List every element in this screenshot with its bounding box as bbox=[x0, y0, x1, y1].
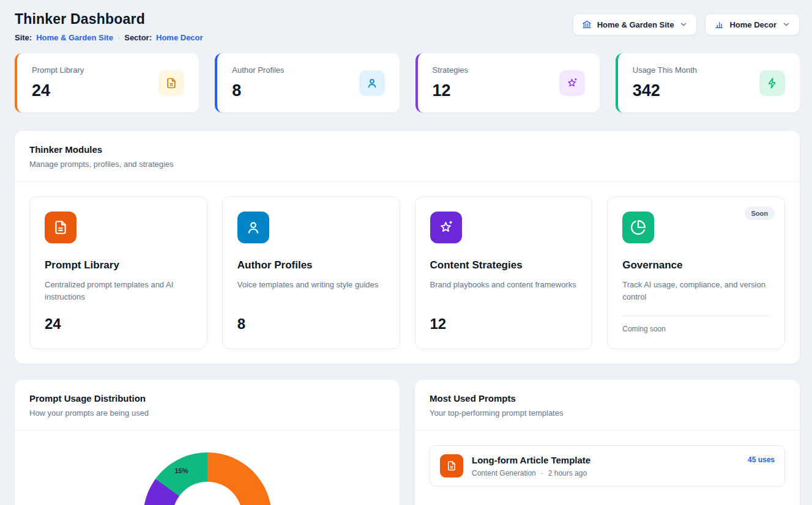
site-selector[interactable]: Home & Garden Site bbox=[573, 13, 698, 35]
breadcrumb: Site: Home & Garden Site · Sector: Home … bbox=[15, 33, 203, 42]
usage-distribution-card: Prompt Usage Distribution How your promp… bbox=[15, 380, 400, 505]
stat-text: Prompt Library 24 bbox=[32, 65, 84, 100]
stat-text: Strategies 12 bbox=[433, 65, 469, 100]
document-icon bbox=[440, 454, 463, 477]
sector-selector[interactable]: Home Decor bbox=[705, 13, 800, 35]
stat-text: Usage This Month 342 bbox=[633, 65, 697, 100]
bar-chart-icon bbox=[714, 20, 724, 29]
modules-panel-header: Thinker Modules Manage prompts, profiles… bbox=[15, 131, 800, 182]
page-root: Thinker Dashboard Site: Home & Garden Si… bbox=[0, 0, 812, 505]
chevron-down-icon bbox=[782, 20, 791, 29]
module-description: Voice templates and writing style guides bbox=[237, 279, 385, 303]
stat-label: Usage This Month bbox=[633, 65, 697, 75]
prompt-category: Content Generation bbox=[472, 469, 536, 477]
sparkles-icon bbox=[559, 70, 585, 96]
bottom-section: Prompt Usage Distribution How your promp… bbox=[15, 380, 800, 505]
dashboard-header: Thinker Dashboard Site: Home & Garden Si… bbox=[15, 11, 800, 42]
module-title: Author Profiles bbox=[237, 259, 385, 271]
soon-badge: Soon bbox=[745, 207, 775, 220]
bolt-icon bbox=[759, 70, 785, 96]
site-link[interactable]: Home & Garden Site bbox=[36, 33, 113, 42]
modules-grid: Prompt Library Centralized prompt templa… bbox=[15, 182, 800, 364]
module-card-governance[interactable]: Soon Governance Track AI usage, complian… bbox=[607, 196, 785, 349]
module-title: Governance bbox=[622, 259, 770, 271]
chart-area: 15% bbox=[15, 430, 400, 505]
stat-card-usage: Usage This Month 342 bbox=[616, 53, 800, 112]
prompt-title: Long-form Article Template bbox=[472, 455, 590, 465]
stat-value: 24 bbox=[32, 81, 84, 100]
module-card-author-profiles[interactable]: Author Profiles Voice templates and writ… bbox=[222, 196, 400, 349]
prompt-list: Long-form Article Template Content Gener… bbox=[415, 430, 800, 501]
prompt-time: 2 hours ago bbox=[548, 469, 587, 477]
module-count: 24 bbox=[45, 315, 192, 333]
user-icon bbox=[359, 70, 385, 96]
usage-subtitle: How your prompts are being used bbox=[29, 408, 385, 418]
document-icon bbox=[158, 70, 184, 96]
module-description: Brand playbooks and content frameworks bbox=[430, 279, 578, 303]
module-description: Centralized prompt templates and AI inst… bbox=[45, 279, 192, 303]
stat-label: Author Profiles bbox=[232, 65, 284, 75]
stat-card-strategies: Strategies 12 bbox=[415, 53, 600, 112]
most-used-prompts-card: Most Used Prompts Your top-performing pr… bbox=[415, 380, 800, 505]
stat-card-prompt-library: Prompt Library 24 bbox=[15, 53, 199, 112]
most-used-subtitle: Your top-performing prompt templates bbox=[430, 408, 785, 418]
sector-label: Sector: bbox=[124, 33, 152, 42]
module-description: Track AI usage, compliance, and version … bbox=[622, 279, 770, 303]
page-title: Thinker Dashboard bbox=[15, 11, 203, 28]
usage-title: Prompt Usage Distribution bbox=[29, 393, 385, 404]
stats-row: Prompt Library 24 Author Profiles 8 Stra… bbox=[15, 53, 800, 112]
stat-label: Strategies bbox=[433, 65, 469, 75]
donut-segment-label: 15% bbox=[175, 467, 188, 474]
stat-value: 342 bbox=[633, 81, 697, 100]
usage-card-header: Prompt Usage Distribution How your promp… bbox=[15, 380, 400, 430]
module-card-prompt-library[interactable]: Prompt Library Centralized prompt templa… bbox=[29, 196, 207, 349]
module-card-content-strategies[interactable]: Content Strategies Brand playbooks and c… bbox=[415, 196, 593, 349]
modules-title: Thinker Modules bbox=[29, 144, 785, 155]
prompt-list-item[interactable]: Long-form Article Template Content Gener… bbox=[430, 445, 785, 487]
modules-subtitle: Manage prompts, profiles, and strategies bbox=[29, 160, 785, 169]
module-count: 8 bbox=[237, 315, 385, 333]
pie-chart-icon bbox=[622, 212, 654, 243]
stat-text: Author Profiles 8 bbox=[232, 65, 284, 100]
site-label: Site: bbox=[15, 33, 32, 42]
header-controls: Home & Garden Site Home Decor bbox=[573, 11, 800, 35]
bank-icon bbox=[582, 20, 592, 29]
stat-value: 8 bbox=[232, 81, 284, 100]
sector-selector-label: Home Decor bbox=[729, 20, 777, 29]
coming-soon-label: Coming soon bbox=[622, 325, 770, 333]
most-used-title: Most Used Prompts bbox=[430, 393, 785, 404]
chevron-down-icon bbox=[679, 20, 688, 29]
separator-dot: · bbox=[117, 33, 120, 42]
prompt-uses-badge: 45 uses bbox=[748, 455, 775, 464]
document-icon bbox=[45, 212, 76, 243]
module-title: Prompt Library bbox=[45, 259, 192, 271]
prompt-meta: Content Generation · 2 hours ago bbox=[472, 469, 590, 477]
stat-label: Prompt Library bbox=[32, 65, 84, 75]
module-divider bbox=[622, 315, 770, 316]
module-title: Content Strategies bbox=[430, 259, 578, 271]
sector-link[interactable]: Home Decor bbox=[156, 33, 203, 42]
sparkles-icon bbox=[430, 212, 462, 243]
modules-panel: Thinker Modules Manage prompts, profiles… bbox=[15, 131, 800, 364]
prompt-text: Long-form Article Template Content Gener… bbox=[472, 455, 590, 477]
stat-card-author-profiles: Author Profiles 8 bbox=[215, 53, 399, 112]
module-count: 12 bbox=[430, 315, 578, 333]
stat-value: 12 bbox=[433, 81, 469, 100]
site-selector-label: Home & Garden Site bbox=[597, 20, 674, 29]
most-used-header: Most Used Prompts Your top-performing pr… bbox=[415, 380, 800, 430]
title-block: Thinker Dashboard Site: Home & Garden Si… bbox=[15, 11, 203, 42]
meta-dot: · bbox=[541, 469, 543, 477]
donut-chart: 15% bbox=[143, 452, 272, 505]
user-icon bbox=[237, 212, 269, 243]
